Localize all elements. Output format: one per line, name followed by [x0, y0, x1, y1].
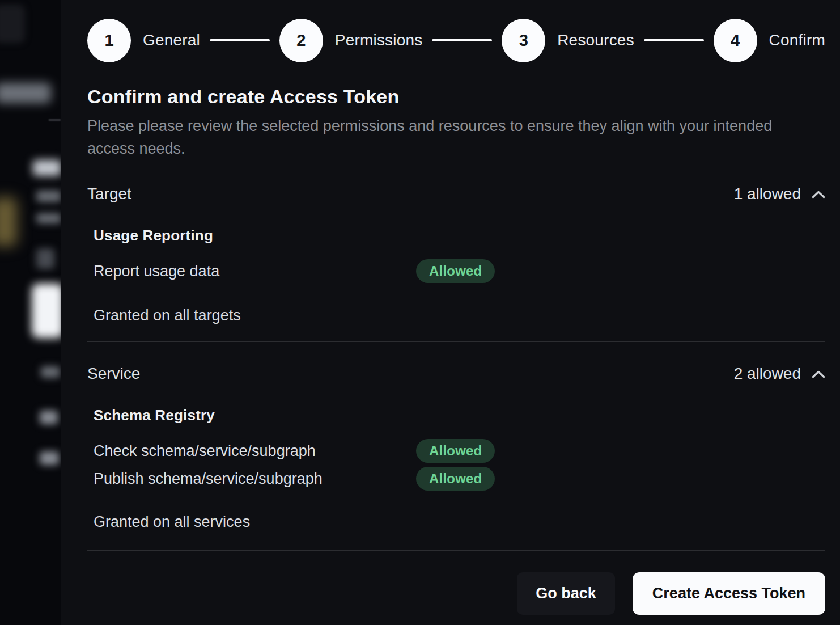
section-collapse-toggle-target[interactable]: 1 allowed [734, 185, 825, 203]
step-general[interactable]: 1 General [87, 19, 200, 62]
permission-label: Report usage data [94, 263, 416, 280]
section-collapse-toggle-service[interactable]: 2 allowed [734, 365, 825, 383]
permission-group-schema-registry: Schema Registry Check schema/service/sub… [94, 407, 825, 491]
permission-label: Publish schema/service/subgraph [94, 470, 416, 488]
step-connector [432, 39, 492, 41]
blurred-list-item [41, 366, 60, 378]
section-header-service: Service 2 allowed [87, 365, 825, 383]
step-label: Confirm [769, 31, 825, 49]
step-number-circle: 1 [87, 19, 131, 62]
group-title: Usage Reporting [94, 227, 825, 244]
modal-footer: Go back Create Access Token [87, 551, 825, 615]
step-resources[interactable]: 3 Resources [502, 19, 634, 62]
page-title: Confirm and create Access Token [87, 86, 825, 108]
create-access-token-modal: 1 General 2 Permissions 3 Resources 4 Co… [61, 0, 840, 625]
section-header-target: Target 1 allowed [87, 185, 825, 203]
section-name: Target [87, 185, 131, 203]
granted-note: Granted on all targets [94, 307, 825, 324]
background-app-blurred [0, 0, 61, 625]
wizard-stepper: 1 General 2 Permissions 3 Resources 4 Co… [87, 18, 825, 62]
section-count-label: 1 allowed [734, 185, 801, 203]
blurred-heading-text [33, 160, 61, 176]
step-number-circle: 3 [502, 19, 545, 62]
status-badge: Allowed [416, 259, 495, 283]
step-number-circle: 4 [714, 19, 757, 62]
status-badge: Allowed [416, 439, 495, 463]
step-confirm[interactable]: 4 Confirm [714, 19, 825, 62]
permission-label: Check schema/service/subgraph [94, 442, 416, 460]
step-label: General [143, 31, 200, 49]
create-access-token-button[interactable]: Create Access Token [633, 572, 825, 615]
blurred-list-item [40, 451, 59, 465]
permission-group-usage-reporting: Usage Reporting Report usage data Allowe… [94, 227, 825, 283]
chevron-up-icon[interactable] [812, 190, 825, 199]
blurred-card [32, 284, 61, 338]
step-label: Permissions [335, 31, 423, 49]
blurred-list-item [40, 411, 58, 424]
permission-row: Report usage data Allowed [94, 259, 825, 283]
step-permissions[interactable]: 2 Permissions [279, 19, 423, 62]
blurred-nav-item [0, 83, 51, 103]
step-connector [210, 39, 270, 41]
blurred-icon [36, 248, 54, 269]
chevron-up-icon[interactable] [812, 370, 825, 378]
divider [49, 119, 61, 121]
permission-row: Publish schema/service/subgraph Allowed [94, 467, 825, 491]
step-label: Resources [557, 31, 634, 49]
blurred-app-logo [0, 5, 25, 43]
section-name: Service [87, 365, 140, 383]
permission-row: Check schema/service/subgraph Allowed [94, 439, 825, 463]
step-connector [644, 39, 704, 41]
blurred-body-text [36, 213, 61, 223]
divider [87, 341, 825, 342]
blurred-body-text [36, 191, 61, 202]
group-title: Schema Registry [94, 407, 825, 424]
step-number-circle: 2 [279, 19, 323, 62]
granted-note: Granted on all services [94, 513, 825, 531]
page-subtitle: Please please review the selected permis… [87, 115, 790, 160]
status-badge: Allowed [416, 467, 495, 491]
blurred-accent-shape [0, 197, 17, 246]
section-count-label: 2 allowed [734, 365, 801, 383]
go-back-button[interactable]: Go back [517, 572, 615, 615]
